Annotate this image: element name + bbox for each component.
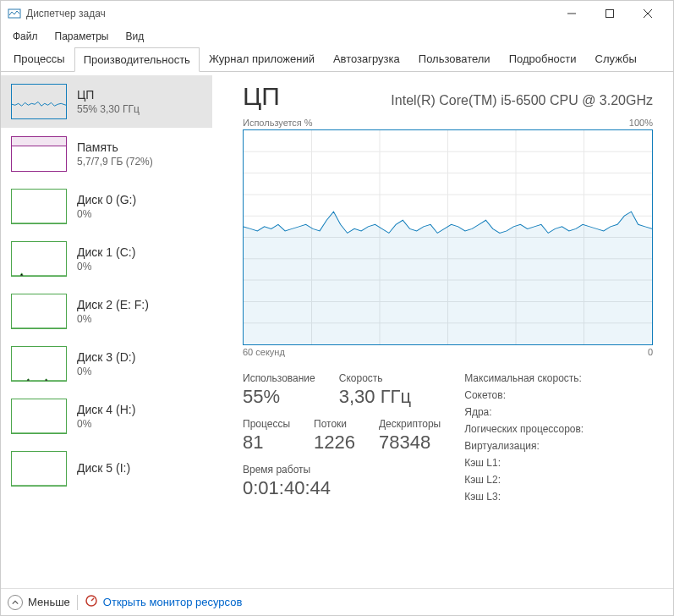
performance-sidebar[interactable]: ЦП 55% 3,30 ГГц Память 5,7/7,9 ГБ (72%) … [1, 72, 212, 588]
spec-logical: Логических процессоров: [464, 423, 584, 435]
stat-uptime: Время работы 0:01:40:44 [243, 464, 441, 499]
sidebar-item-title: Диск 2 (E: F:) [77, 298, 149, 311]
sidebar-item-title: Память [77, 140, 153, 154]
spec-sockets: Сокетов: [464, 389, 584, 401]
sidebar-item-sub: 0% [77, 261, 135, 272]
sidebar-item-sub: 0% [77, 313, 149, 325]
main-panel: ЦП Intel(R) Core(TM) i5-6500 CPU @ 3.20G… [212, 72, 673, 588]
sidebar-item-disk0[interactable]: Диск 0 (G:) 0% [1, 180, 212, 233]
sidebar-item-title: Диск 0 (G:) [77, 193, 136, 206]
svg-rect-2 [606, 10, 613, 18]
tab-startup[interactable]: Автозагрузка [324, 47, 409, 71]
window-title: Диспетчер задач [26, 8, 552, 19]
spec-cores: Ядра: [464, 406, 584, 418]
spec-l2: Кэш L2: [464, 474, 584, 486]
tab-details[interactable]: Подробности [500, 47, 586, 71]
tab-performance[interactable]: Производительность [74, 47, 200, 72]
window-controls [552, 1, 666, 26]
sidebar-item-disk1[interactable]: Диск 1 (C:) 0% [1, 233, 212, 285]
resource-monitor-icon [85, 594, 98, 610]
chart-label-bottom-right: 0 [648, 347, 653, 357]
sidebar-item-disk4[interactable]: Диск 4 (H:) 0% [1, 390, 212, 443]
cpu-thumb [11, 84, 67, 119]
sidebar-item-title: Диск 4 (H:) [77, 403, 135, 416]
stats-right: Максимальная скорость: Сокетов: Ядра: Ло… [464, 372, 584, 503]
sidebar-item-title: ЦП [77, 88, 140, 102]
sidebar-item-title: Диск 1 (C:) [77, 245, 135, 259]
sidebar-item-title: Диск 5 (I:) [77, 461, 130, 475]
close-button[interactable] [628, 1, 666, 26]
sidebar-item-disk5[interactable]: Диск 5 (I:) [1, 443, 212, 495]
sidebar-item-sub: 5,7/7,9 ГБ (72%) [77, 156, 153, 168]
stat-speed: Скорость 3,30 ГГц [339, 372, 411, 408]
cpu-heading: ЦП [243, 82, 280, 111]
sidebar-item-title: Диск 3 (D:) [77, 350, 135, 364]
stats-left: Использование 55% Скорость 3,30 ГГц Проц… [243, 372, 441, 503]
titlebar: Диспетчер задач [1, 1, 673, 26]
tab-processes[interactable]: Процессы [4, 47, 74, 71]
chart-label-bottom-left: 60 секунд [243, 347, 285, 357]
stat-handles: Дескрипторы 78348 [379, 418, 441, 454]
spec-l3: Кэш L3: [464, 491, 584, 503]
disk-thumb [11, 294, 67, 329]
disk-thumb [11, 189, 67, 224]
disk-thumb [11, 241, 67, 277]
chart-bottom-labels: 60 секунд 0 [243, 347, 653, 357]
open-resource-monitor-link[interactable]: Открыть монитор ресурсов [85, 594, 242, 610]
sidebar-item-sub: 55% 3,30 ГГц [77, 103, 140, 115]
tab-services[interactable]: Службы [586, 47, 646, 71]
sidebar-item-disk2[interactable]: Диск 2 (E: F:) 0% [1, 285, 212, 338]
svg-line-20 [91, 598, 94, 601]
tab-users[interactable]: Пользователи [409, 47, 500, 71]
minimize-button[interactable] [552, 1, 590, 26]
stat-threads: Потоки 1226 [314, 418, 355, 454]
sidebar-item-cpu[interactable]: ЦП 55% 3,30 ГГц [1, 75, 212, 128]
chart-label-top-left: Используется % [243, 118, 313, 128]
maximize-button[interactable] [590, 1, 628, 26]
chart-top-labels: Используется % 100% [243, 118, 653, 128]
menu-file[interactable]: Файл [4, 29, 47, 44]
disk-thumb [11, 346, 67, 382]
sidebar-item-sub: 0% [77, 418, 135, 430]
disk-thumb [11, 451, 67, 487]
stat-processes: Процессы 81 [243, 418, 290, 454]
spec-l1: Кэш L1: [464, 457, 584, 469]
chevron-up-icon [8, 595, 23, 610]
cpu-model: Intel(R) Core(TM) i5-6500 CPU @ 3.20GHz [391, 93, 653, 108]
menu-view[interactable]: Вид [117, 29, 152, 44]
disk-thumb [11, 399, 67, 434]
sidebar-item-sub: 0% [77, 208, 136, 220]
chart-label-top-right: 100% [629, 118, 653, 128]
spec-virtualization: Виртуализация: [464, 440, 584, 452]
tab-strip: Процессы Производительность Журнал прило… [1, 47, 673, 72]
stat-utilization: Использование 55% [243, 372, 315, 408]
cpu-utilization-chart[interactable] [243, 129, 653, 345]
tab-app-history[interactable]: Журнал приложений [200, 47, 324, 71]
stats-row: Использование 55% Скорость 3,30 ГГц Проц… [243, 372, 653, 503]
content-area: ЦП 55% 3,30 ГГц Память 5,7/7,9 ГБ (72%) … [1, 72, 673, 588]
memory-thumb [11, 136, 67, 172]
fewer-details-button[interactable]: Меньше [8, 595, 70, 610]
cpu-header: ЦП Intel(R) Core(TM) i5-6500 CPU @ 3.20G… [243, 82, 653, 111]
sidebar-item-disk3[interactable]: Диск 3 (D:) 0% [1, 338, 212, 390]
sidebar-item-sub: 0% [77, 366, 135, 377]
menu-options[interactable]: Параметры [47, 29, 118, 44]
divider [77, 595, 78, 610]
spec-max-speed: Максимальная скорость: [464, 372, 584, 384]
sidebar-item-memory[interactable]: Память 5,7/7,9 ГБ (72%) [1, 128, 212, 180]
app-icon [8, 7, 21, 20]
bottombar: Меньше Открыть монитор ресурсов [1, 588, 673, 615]
menubar: Файл Параметры Вид [1, 26, 673, 47]
